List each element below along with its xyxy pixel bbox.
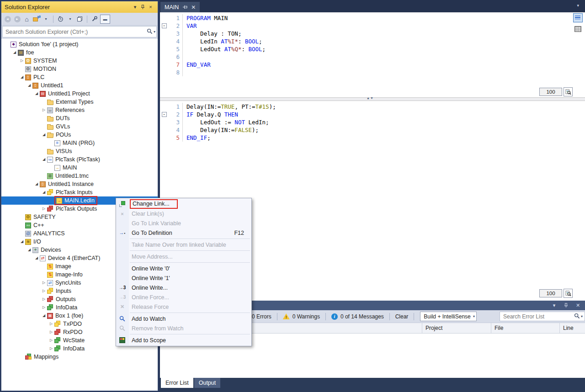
tree-item-main-prg[interactable]: ≡MAIN (PRG) bbox=[1, 139, 158, 147]
column-line[interactable]: Line bbox=[559, 323, 585, 333]
search-options-dropdown-icon[interactable]: ▾ bbox=[154, 30, 155, 34]
fold-collapse-icon[interactable]: - bbox=[160, 22, 168, 30]
tab-output[interactable]: Output bbox=[194, 378, 221, 388]
back-icon[interactable]: ◄ bbox=[4, 15, 11, 24]
zoom-icon[interactable] bbox=[564, 87, 573, 96]
tree-expander-icon[interactable]: ◢ bbox=[41, 314, 47, 318]
tree-expander-icon[interactable]: ◢ bbox=[26, 84, 32, 87]
forward-icon[interactable]: ► bbox=[13, 15, 21, 24]
tree-item-main[interactable]: →MAIN bbox=[1, 164, 158, 172]
preview-toggle-icon[interactable]: ▬ bbox=[100, 15, 110, 24]
tree-item-untitled1-tmc[interactable]: ▥Untitled1.tmc bbox=[1, 172, 158, 180]
tree-item-duts[interactable]: DUTs bbox=[1, 114, 158, 122]
zoom-level-value[interactable]: 100 bbox=[539, 88, 562, 96]
window-position-dropdown-icon[interactable]: ▾ bbox=[131, 4, 139, 11]
messages-filter-button[interactable]: i 0 of 14 Messages bbox=[327, 313, 388, 320]
tab-error-list[interactable]: Error List bbox=[161, 378, 193, 388]
tree-item-plctask-plctask[interactable]: ◢≔PlcTask (PlcTask) bbox=[1, 155, 158, 164]
tab-overflow-dropdown-icon[interactable]: ▾ bbox=[577, 3, 579, 8]
tree-expander-icon[interactable]: ◢ bbox=[19, 240, 25, 244]
tree-item-references[interactable]: ▷▭References bbox=[1, 106, 158, 114]
tree-item-plc[interactable]: ◢▯PLC bbox=[1, 73, 158, 81]
zoom-level-value[interactable]: 100 bbox=[539, 289, 562, 297]
error-search-input[interactable] bbox=[503, 313, 574, 320]
column-file[interactable]: File bbox=[491, 323, 559, 333]
search-icon[interactable] bbox=[147, 28, 153, 36]
pin-icon[interactable] bbox=[139, 4, 147, 11]
menu-item-go-to-definition[interactable]: →▪Go To DefinitionF12 bbox=[116, 228, 251, 238]
tree-expander-icon[interactable]: ▷ bbox=[48, 322, 54, 326]
tree-item-gvls[interactable]: GVLs bbox=[1, 122, 158, 131]
tree-item-untitled1-instance[interactable]: ◢▯Untitled1 Instance bbox=[1, 180, 158, 188]
search-input[interactable] bbox=[5, 29, 147, 35]
dropdown-icon[interactable]: ▾ bbox=[42, 15, 50, 24]
menu-item-add-to-watch[interactable]: Add to Watch bbox=[116, 314, 251, 323]
tree-item-visus[interactable]: VISUs bbox=[1, 147, 158, 155]
menu-item-online-write-1[interactable]: Online Write '1' bbox=[116, 273, 251, 283]
tab-main[interactable]: MAIN ✕ bbox=[160, 2, 200, 12]
warnings-filter-button[interactable]: ! 0 Warnings bbox=[279, 313, 324, 320]
dropdown-icon[interactable]: ▾ bbox=[66, 15, 74, 24]
tree-expander-icon[interactable]: ◢ bbox=[11, 51, 18, 54]
tree-item-plctask-inputs[interactable]: ◢PlcTask Inputs bbox=[1, 188, 158, 196]
fold-collapse-icon[interactable]: - bbox=[160, 111, 168, 118]
tree-item-untitled1-project[interactable]: ◢▤Untitled1 Project bbox=[1, 90, 158, 98]
pin-icon[interactable] bbox=[562, 302, 570, 309]
text-view-icon[interactable] bbox=[573, 13, 583, 22]
sync-selection-icon[interactable]: ⇄ bbox=[32, 15, 40, 24]
switch-views-icon[interactable] bbox=[76, 15, 84, 24]
tree-item-external-types[interactable]: External Types bbox=[1, 98, 158, 106]
tree-expander-icon[interactable]: ◢ bbox=[33, 92, 40, 95]
tree-expander-icon[interactable]: ▷ bbox=[48, 330, 54, 334]
tree-expander-icon[interactable]: ▷ bbox=[41, 108, 47, 112]
tree-expander-icon[interactable]: ◢ bbox=[41, 133, 47, 137]
tree-expander-icon[interactable]: ▷ bbox=[41, 297, 47, 301]
editor-splitter[interactable]: ▲▼ bbox=[160, 97, 585, 101]
tree-expander-icon[interactable]: ▷ bbox=[41, 289, 47, 293]
window-position-dropdown-icon[interactable]: ▾ bbox=[550, 302, 558, 309]
menu-item-change-link[interactable]: Change Link... bbox=[116, 199, 251, 209]
error-search-box[interactable]: ▾ bbox=[500, 312, 585, 321]
tree-expander-icon[interactable]: ◢ bbox=[26, 248, 32, 252]
tree-expander-icon[interactable]: ▷ bbox=[41, 306, 47, 309]
tree-expander-icon[interactable]: ▷ bbox=[48, 339, 54, 342]
tree-item-pous[interactable]: ◢POUs bbox=[1, 131, 158, 139]
tree-expander-icon[interactable]: ◢ bbox=[41, 158, 47, 161]
tree-item-mappings[interactable]: Mappings bbox=[1, 353, 158, 361]
search-options-dropdown-icon[interactable]: ▾ bbox=[581, 314, 583, 318]
menu-item-online-write-0[interactable]: Online Write '0' bbox=[116, 264, 251, 273]
clear-button[interactable]: Clear bbox=[391, 313, 413, 320]
change-link-icon bbox=[116, 201, 128, 207]
tree-item-solution-foe-1-project[interactable]: ◆Solution 'foe' (1 project) bbox=[1, 40, 158, 48]
declaration-editor-pane[interactable]: 1PROGRAM MAIN-2VAR3 Delay : TON;4 LedIn … bbox=[160, 12, 585, 97]
tree-expander-icon[interactable]: ▷ bbox=[41, 281, 47, 285]
column-project[interactable]: Project bbox=[422, 323, 491, 333]
menu-item-add-to-scope[interactable]: Add to Scope bbox=[116, 335, 251, 345]
close-icon[interactable]: × bbox=[147, 4, 154, 11]
search-icon[interactable] bbox=[574, 313, 580, 320]
tree-expander-icon[interactable]: ◢ bbox=[33, 256, 40, 260]
home-icon[interactable]: ⌂ bbox=[23, 15, 31, 24]
tree-expander-icon[interactable]: ◢ bbox=[41, 191, 47, 194]
close-icon[interactable]: ✕ bbox=[191, 4, 196, 11]
tree-item-system[interactable]: ▷⚙SYSTEM bbox=[1, 57, 158, 65]
tree-expander-icon[interactable]: ◢ bbox=[33, 182, 40, 186]
table-view-icon[interactable] bbox=[573, 24, 583, 33]
tree-expander-icon[interactable]: ▷ bbox=[19, 59, 25, 63]
menu-item-online-write[interactable]: →3Online Write... bbox=[116, 283, 251, 292]
history-icon[interactable] bbox=[57, 15, 64, 24]
wrench-icon[interactable] bbox=[90, 15, 98, 24]
build-filter-dropdown[interactable]: Build + IntelliSense ▾ bbox=[420, 312, 477, 321]
pin-icon[interactable] bbox=[182, 5, 187, 10]
tree-item-foe[interactable]: ◢▤foe bbox=[1, 48, 158, 57]
tree-expander-icon[interactable]: ▷ bbox=[48, 347, 54, 350]
tree-expander-icon[interactable]: ◢ bbox=[19, 75, 25, 79]
tree-item-motion[interactable]: ⚙MOTION bbox=[1, 65, 158, 73]
zoom-icon[interactable] bbox=[564, 289, 573, 298]
close-icon[interactable]: ✕ bbox=[574, 302, 582, 309]
tree-item-untitled1[interactable]: ◢▯Untitled1 bbox=[1, 81, 158, 90]
tree-expander-icon[interactable]: ▷ bbox=[41, 207, 47, 211]
splitter-grip-icon[interactable]: ▲▼ bbox=[367, 96, 374, 100]
tree-item-label: I/O bbox=[33, 238, 41, 245]
search-input-box[interactable]: ▾ bbox=[2, 26, 157, 37]
